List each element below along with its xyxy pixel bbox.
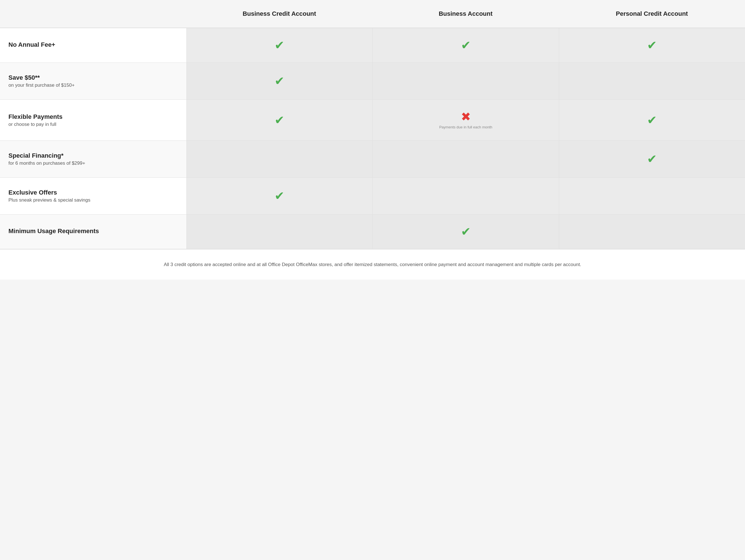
- feature-label-no-annual-fee: No Annual Fee+: [0, 28, 186, 63]
- feature-subtitle: Plus sneak previews & special savings: [8, 197, 178, 203]
- feature-title: Flexible Payments: [8, 113, 178, 121]
- feature-label-flexible-payments: Flexible Paymentsor choose to pay in ful…: [0, 100, 186, 140]
- feature-label-exclusive-offers: Exclusive OffersPlus sneak previews & sp…: [0, 178, 186, 214]
- footer-note: All 3 credit options are accepted online…: [0, 249, 745, 279]
- check-cell-business-account: ✔: [372, 215, 559, 249]
- checkmark-icon: ✔: [461, 226, 471, 238]
- feature-title: Save $50**: [8, 74, 178, 81]
- header-business-account: Business Account: [372, 0, 559, 28]
- feature-title: No Annual Fee+: [8, 41, 178, 48]
- table-row: Special Financing*for 6 months on purcha…: [0, 141, 745, 178]
- empty-cell-business-credit: [186, 141, 373, 177]
- header-personal-credit: Personal Credit Account: [559, 0, 745, 28]
- table-row: Exclusive OffersPlus sneak previews & sp…: [0, 178, 745, 215]
- checkmark-icon: ✔: [647, 39, 657, 51]
- feature-title: Minimum Usage Requirements: [8, 228, 178, 235]
- table-row: Flexible Paymentsor choose to pay in ful…: [0, 100, 745, 141]
- checkmark-icon: ✔: [647, 153, 657, 165]
- check-cell-business-credit: ✔: [186, 178, 373, 214]
- header-feature-col: [0, 0, 186, 28]
- feature-label-special-financing: Special Financing*for 6 months on purcha…: [0, 141, 186, 177]
- empty-cell-business-account: [372, 141, 559, 177]
- checkmark-icon: ✔: [274, 39, 284, 51]
- empty-cell-business-account: [372, 178, 559, 214]
- table-row: Save $50**on your first purchase of $150…: [0, 63, 745, 100]
- table-row: No Annual Fee+✔✔✔: [0, 28, 745, 63]
- header-business-credit: Business Credit Account: [186, 0, 373, 28]
- feature-label-save-50: Save $50**on your first purchase of $150…: [0, 63, 186, 99]
- footer-text: All 3 credit options are accepted online…: [164, 262, 581, 267]
- check-cell-personal-credit: ✔: [559, 28, 745, 63]
- table-row: Minimum Usage Requirements✔: [0, 215, 745, 249]
- feature-rows: No Annual Fee+✔✔✔Save $50**on your first…: [0, 28, 745, 249]
- check-cell-business-credit: ✔: [186, 28, 373, 63]
- empty-cell-personal-credit: [559, 63, 745, 99]
- checkmark-icon: ✔: [461, 39, 471, 51]
- checkmark-icon: ✔: [274, 114, 284, 126]
- checkmark-icon: ✔: [274, 75, 284, 87]
- check-cell-business-account: ✔: [372, 28, 559, 63]
- feature-subtitle: or choose to pay in full: [8, 122, 178, 127]
- check-cell-business-credit: ✔: [186, 63, 373, 99]
- checkmark-icon: ✔: [647, 114, 657, 126]
- cell-note: Payments due in full each month: [439, 125, 492, 129]
- cross-cell-business-account: ✖Payments due in full each month: [372, 100, 559, 140]
- checkmark-icon: ✔: [274, 190, 284, 202]
- check-cell-personal-credit: ✔: [559, 141, 745, 177]
- feature-label-minimum-usage: Minimum Usage Requirements: [0, 215, 186, 249]
- empty-cell-business-account: [372, 63, 559, 99]
- feature-title: Special Financing*: [8, 152, 178, 159]
- feature-title: Exclusive Offers: [8, 189, 178, 196]
- feature-subtitle: for 6 months on purchases of $299+: [8, 161, 178, 166]
- table-header: Business Credit Account Business Account…: [0, 0, 745, 28]
- empty-cell-personal-credit: [559, 178, 745, 214]
- empty-cell-personal-credit: [559, 215, 745, 249]
- check-cell-business-credit: ✔: [186, 100, 373, 140]
- empty-cell-business-credit: [186, 215, 373, 249]
- feature-subtitle: on your first purchase of $150+: [8, 83, 178, 88]
- cross-icon: ✖: [461, 111, 471, 123]
- check-cell-personal-credit: ✔: [559, 100, 745, 140]
